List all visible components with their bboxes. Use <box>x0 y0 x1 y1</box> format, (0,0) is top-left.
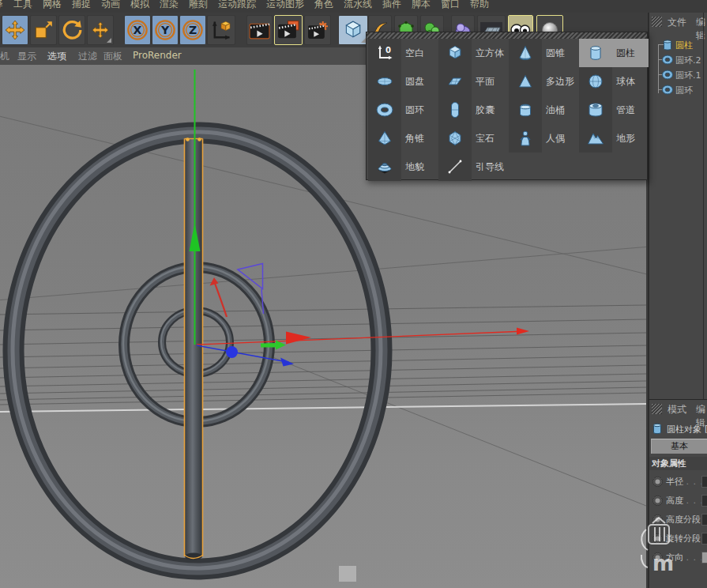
attribute-menu-mode[interactable]: 模式 <box>668 403 686 416</box>
menu-item-select[interactable]: 择 <box>0 0 3 13</box>
primitive-item-tube[interactable]: 管道 <box>579 96 649 124</box>
vertex-handle[interactable] <box>197 138 201 141</box>
cylinder-object[interactable] <box>185 138 203 560</box>
primitive-item-pyramid[interactable]: 角锥 <box>368 124 438 153</box>
vertex-handle[interactable] <box>186 138 190 141</box>
object-row-cylinder[interactable]: 圆柱 <box>649 37 707 52</box>
torus-icon <box>376 102 393 118</box>
rotate-tool-button[interactable] <box>58 15 85 45</box>
menu-item-pipeline[interactable]: 流水线 <box>344 0 372 13</box>
torus-object-icon <box>662 55 673 65</box>
dropdown-grip-handle[interactable] <box>367 32 647 39</box>
object-row-torus-2[interactable]: 圆环.2 <box>649 52 707 67</box>
landscape-icon <box>587 130 604 146</box>
primitive-item-landscape[interactable]: 地形 <box>579 124 649 153</box>
primitive-item-guide[interactable]: 引导线 <box>438 153 508 181</box>
render-picture-viewer-icon <box>277 20 299 40</box>
menu-item-plugins[interactable]: 插件 <box>382 0 401 13</box>
scale-tool-button[interactable] <box>30 15 57 45</box>
menu-item-sculpt[interactable]: 雕刻 <box>189 0 208 13</box>
object-manager-menu: 文件 编辑 <box>649 13 707 32</box>
primitive-item-capsule[interactable]: 胶囊 <box>438 96 508 124</box>
relief-icon <box>376 159 393 175</box>
menu-item-snap[interactable]: 捕捉 <box>72 0 91 13</box>
cone-icon <box>517 45 533 61</box>
tab-basic[interactable]: 基本 <box>651 439 707 454</box>
render-view-button[interactable] <box>246 15 273 45</box>
primitive-item-cone[interactable]: 圆锥 <box>509 39 578 67</box>
panel-grip-handle[interactable] <box>652 404 662 414</box>
menu-item-mesh[interactable]: 网格 <box>43 0 62 13</box>
gizmo-z-ball-handle[interactable] <box>226 346 238 358</box>
pyramid-icon <box>377 130 393 146</box>
viewport-menu-display[interactable]: 显示 <box>17 50 36 63</box>
primitive-dropdown-menu: 0 空白 立方体 圆锥 圆柱 圆盘 平面 多边形 球体 <box>366 32 648 180</box>
svg-text:Y: Y <box>160 24 170 36</box>
svg-text:0: 0 <box>385 46 391 55</box>
lock-z-axis-button[interactable]: Z <box>179 15 206 45</box>
keyframe-dot-icon[interactable] <box>652 496 663 506</box>
primitive-item-torus[interactable]: 圆环 <box>368 96 438 124</box>
ground-grid-band <box>0 305 646 405</box>
property-row-height[interactable]: 高度 . . . <box>649 492 707 510</box>
z-axis-icon: Z <box>182 19 204 41</box>
height-segments-value-field[interactable] <box>701 514 707 526</box>
viewport-menu-panel[interactable]: 面板 <box>103 50 122 63</box>
primitive-item-disc[interactable]: 圆盘 <box>368 67 438 96</box>
property-row-radius[interactable]: 半径 . . . <box>649 473 707 491</box>
move-icon <box>5 20 25 40</box>
watermark-square <box>339 566 356 582</box>
menu-bar: 择 工具 网格 捕捉 动画 模拟 渲染 雕刻 运动跟踪 运动图形 角色 流水线 … <box>0 0 707 13</box>
render-picture-viewer-button[interactable] <box>274 15 303 45</box>
move-icon <box>92 21 109 39</box>
menu-item-tools[interactable]: 工具 <box>13 0 32 13</box>
primitive-item-plane[interactable]: 平面 <box>438 67 508 96</box>
menu-item-help[interactable]: 帮助 <box>470 0 489 13</box>
keyframe-dot-icon[interactable] <box>652 477 663 487</box>
rotation-segments-value-field[interactable] <box>701 533 707 545</box>
render-settings-button[interactable] <box>304 15 331 45</box>
menu-item-mograph[interactable]: 运动图形 <box>266 0 304 13</box>
primitive-item-relief[interactable]: 地貌 <box>368 153 438 181</box>
primitive-item-cylinder[interactable]: 圆柱 <box>579 39 649 67</box>
primitive-item-sphere[interactable]: 球体 <box>579 67 649 96</box>
cylinder-object-icon <box>663 40 672 51</box>
primitive-item-gem[interactable]: 宝石 <box>438 124 508 153</box>
primitive-item-null[interactable]: 0 空白 <box>368 39 438 67</box>
menu-item-window[interactable]: 窗口 <box>441 0 460 13</box>
menu-item-render[interactable]: 渲染 <box>160 0 179 13</box>
primitive-item-cube[interactable]: 立方体 <box>438 39 508 67</box>
menu-item-animate[interactable]: 动画 <box>101 0 120 13</box>
viewport-menu-options[interactable]: 选项 <box>47 50 66 63</box>
object-row-torus[interactable]: 圆环 <box>649 82 707 97</box>
coordinate-system-button[interactable] <box>207 15 235 45</box>
lock-y-axis-button[interactable]: Y <box>152 15 179 45</box>
primitive-item-polygon[interactable]: 多边形 <box>509 67 578 96</box>
primitive-cube-button[interactable] <box>338 15 368 45</box>
height-value-field[interactable] <box>701 495 707 507</box>
menu-item-simulate[interactable]: 模拟 <box>130 0 149 13</box>
move-tool-button[interactable] <box>2 15 28 45</box>
menu-item-character[interactable]: 角色 <box>314 0 333 13</box>
cylinder-object-icon <box>652 423 662 435</box>
viewport-menu-camera[interactable]: 机 <box>0 50 9 63</box>
cube-icon <box>342 19 364 41</box>
object-row-torus-1[interactable]: 圆环.1 <box>649 67 707 82</box>
menu-item-motion-tracker[interactable]: 运动跟踪 <box>218 0 256 13</box>
figure-icon <box>518 130 532 146</box>
svg-text:m: m <box>652 552 674 575</box>
capsule-icon <box>447 101 463 119</box>
viewport-menu-prorender[interactable]: ProRender <box>133 50 182 61</box>
primitive-item-oil-tank[interactable]: 油桶 <box>509 96 578 124</box>
radius-value-field[interactable] <box>701 476 707 488</box>
cylinder-icon <box>588 45 604 61</box>
object-manager-menu-file[interactable]: 文件 <box>668 16 686 29</box>
menu-item-script[interactable]: 脚本 <box>412 0 431 13</box>
lock-x-axis-button[interactable]: X <box>124 15 151 45</box>
viewport-menu-filter[interactable]: 过滤 <box>78 50 97 63</box>
panel-grip-handle[interactable] <box>652 17 662 27</box>
svg-text:Z: Z <box>189 24 197 36</box>
last-tool-button[interactable] <box>87 15 114 45</box>
orientation-dropdown[interactable] <box>701 552 707 564</box>
primitive-item-figure[interactable]: 人偶 <box>509 124 578 153</box>
